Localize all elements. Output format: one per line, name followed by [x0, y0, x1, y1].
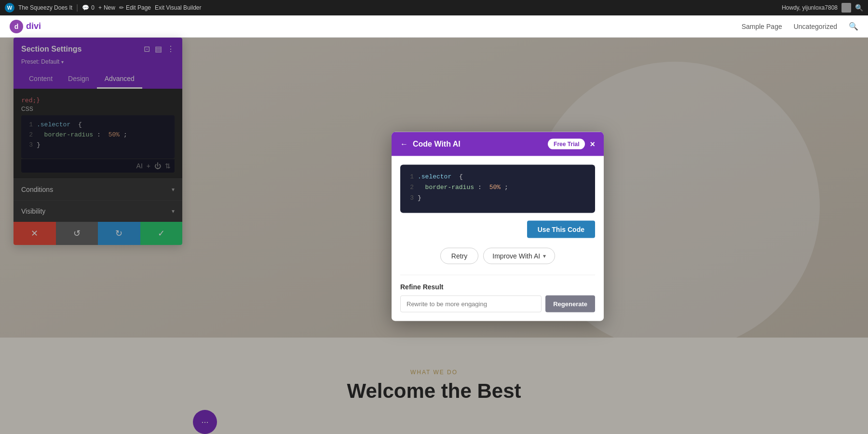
ai-modal-back-icon[interactable]: ← — [400, 140, 408, 149]
comment-count[interactable]: 💬 0 — [82, 4, 95, 11]
site-name[interactable]: The Squeezy Does It — [18, 4, 72, 11]
ai-modal-close-button[interactable]: × — [590, 139, 595, 149]
edit-page[interactable]: ✏ Edit Page — [119, 4, 151, 11]
new-item[interactable]: + New — [98, 4, 115, 11]
admin-bar-right: Howdy, yijunloxa7808 🔍 — [782, 3, 863, 13]
admin-bar: W The Squeezy Does It | 💬 0 + New ✏ Edit… — [0, 0, 868, 15]
retry-improve-row: Retry Improve With AI ▾ — [400, 248, 595, 264]
refine-row: Regenerate — [400, 296, 595, 312]
ai-modal-title: Code With AI — [413, 140, 461, 149]
use-this-code-button[interactable]: Use This Code — [527, 221, 595, 238]
main-nav: d divi Sample Page Uncategorized 🔍 — [0, 15, 868, 38]
divi-logo: d divi — [10, 20, 41, 33]
main-nav-links: Sample Page Uncategorized 🔍 — [742, 22, 858, 31]
howdy-text: Howdy, yijunloxa7808 — [782, 4, 838, 11]
refine-label: Refine Result — [400, 283, 595, 291]
ai-modal-header-right: Free Trial × — [548, 139, 595, 149]
uncategorized-link[interactable]: Uncategorized — [794, 23, 837, 30]
refine-section: Refine Result Regenerate — [400, 275, 595, 312]
modal-code-line-3: 3 } — [407, 193, 588, 203]
modal-code-line-2: 2 border-radius : 50% ; — [407, 182, 588, 193]
modal-code-line-1: 1 .selector { — [407, 172, 588, 182]
use-code-btn-container: Use This Code — [400, 221, 595, 238]
improve-arrow-icon: ▾ — [543, 253, 546, 259]
user-avatar[interactable] — [841, 3, 851, 13]
sep1: | — [76, 3, 78, 12]
divi-logo-circle: d — [10, 20, 23, 33]
sample-page-link[interactable]: Sample Page — [742, 23, 782, 30]
wp-logo[interactable]: W — [5, 3, 14, 13]
ai-modal-title-row: ← Code With AI — [400, 140, 461, 149]
modal-code-editor[interactable]: 1 .selector { 2 border-radius : 50% ; 3 … — [400, 165, 595, 213]
improve-with-ai-button[interactable]: Improve With AI ▾ — [483, 248, 555, 264]
ai-modal: ← Code With AI Free Trial × 1 .selector … — [392, 132, 604, 321]
main-search-icon[interactable]: 🔍 — [849, 22, 858, 31]
ai-modal-body: 1 .selector { 2 border-radius : 50% ; 3 … — [392, 156, 604, 321]
refine-input[interactable] — [400, 296, 542, 312]
regenerate-button[interactable]: Regenerate — [545, 296, 595, 312]
ai-modal-header: ← Code With AI Free Trial × — [392, 132, 604, 156]
exit-builder[interactable]: Exit Visual Builder — [155, 4, 202, 11]
retry-button[interactable]: Retry — [440, 248, 478, 264]
free-trial-badge[interactable]: Free Trial — [548, 139, 585, 149]
admin-search-icon[interactable]: 🔍 — [855, 4, 863, 12]
